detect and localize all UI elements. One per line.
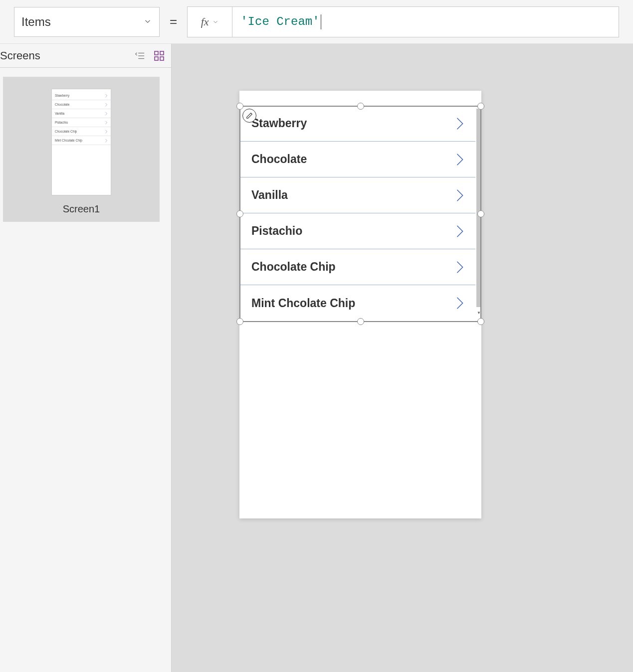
gallery-item-label: Chocolate Chip — [251, 260, 336, 274]
panel-title: Screens — [0, 49, 40, 62]
formula-bar: Items = fx 'Ice Cream' — [0, 0, 633, 44]
grid-view-icon[interactable] — [154, 51, 164, 61]
chevron-right-icon[interactable] — [455, 117, 464, 131]
scroll-down-arrow[interactable]: ▼ — [476, 310, 481, 315]
property-name: Items — [21, 15, 51, 29]
panel-header: Screens — [0, 44, 171, 68]
gallery-item[interactable]: Mint Chcolate Chip — [239, 285, 475, 321]
gallery-item-label: Stawberry — [251, 117, 307, 130]
formula-input[interactable]: 'Ice Cream' — [232, 6, 619, 37]
screen-name: Screen1 — [63, 203, 100, 215]
property-dropdown[interactable]: Items — [14, 7, 160, 37]
thumb-row: Chocolate — [52, 100, 111, 109]
svg-rect-6 — [160, 57, 164, 60]
formula-text: 'Ice Cream' — [240, 15, 319, 28]
thumb-row: Stawberry — [52, 91, 111, 100]
thumb-row: Pistachio — [52, 118, 111, 127]
text-cursor — [321, 14, 321, 29]
gallery-item-label: Chocolate — [251, 153, 307, 166]
thumb-row: Mint Chcolate Chip — [52, 136, 111, 145]
chevron-right-icon — [105, 94, 108, 98]
chevron-right-icon — [105, 103, 108, 107]
svg-rect-3 — [155, 51, 158, 55]
main-area: Screens — [0, 44, 633, 672]
gallery-item[interactable]: Stawberry — [239, 106, 475, 142]
gallery-item[interactable]: Chocolate — [239, 142, 475, 177]
chevron-down-icon — [143, 15, 152, 29]
thumb-label: Mint Chcolate Chip — [55, 139, 82, 142]
equals-sign: = — [170, 14, 177, 29]
gallery-control[interactable]: Stawberry Chocolate Vanilla Pistachio Ch… — [239, 106, 481, 322]
chevron-right-icon[interactable] — [455, 260, 464, 274]
chevron-right-icon[interactable] — [455, 224, 464, 238]
device-frame: Stawberry Chocolate Vanilla Pistachio Ch… — [239, 91, 481, 518]
chevron-right-icon — [105, 121, 108, 125]
fx-icon: fx — [201, 15, 209, 28]
thumb-label: Chocolate Chip — [55, 130, 77, 133]
thumb-label: Vanilla — [55, 112, 64, 115]
canvas[interactable]: Stawberry Chocolate Vanilla Pistachio Ch… — [172, 44, 633, 672]
svg-rect-5 — [155, 57, 158, 60]
gallery-item-label: Pistachio — [251, 224, 302, 238]
thumbnail-preview: Stawberry Chocolate Vanilla Pistachio Ch… — [51, 89, 111, 195]
panel-header-icons — [134, 51, 164, 61]
svg-rect-4 — [160, 51, 164, 55]
thumb-label: Pistachio — [55, 121, 68, 124]
gallery-item-label: Vanilla — [251, 188, 288, 202]
chevron-right-icon — [105, 112, 108, 116]
pencil-icon — [246, 112, 253, 119]
chevron-right-icon — [105, 130, 108, 134]
chevron-right-icon[interactable] — [455, 153, 464, 167]
list-collapse-icon[interactable] — [134, 51, 145, 61]
chevron-right-icon — [105, 139, 108, 143]
chevron-right-icon[interactable] — [455, 296, 464, 310]
fx-button[interactable]: fx — [187, 6, 232, 37]
gallery-item[interactable]: Chocolate Chip — [239, 249, 475, 285]
gallery-item-label: Mint Chcolate Chip — [251, 297, 355, 310]
thumb-label: Stawberry — [55, 94, 69, 97]
chevron-right-icon[interactable] — [455, 188, 464, 202]
screens-panel: Screens — [0, 44, 172, 672]
edit-template-button[interactable] — [242, 109, 256, 123]
scrollbar[interactable] — [476, 109, 481, 307]
thumb-row: Chocolate Chip — [52, 127, 111, 136]
screen-thumbnail[interactable]: Stawberry Chocolate Vanilla Pistachio Ch… — [3, 77, 160, 222]
thumb-row: Vanilla — [52, 109, 111, 118]
thumb-label: Chocolate — [55, 103, 69, 106]
scroll-up-arrow[interactable]: ▲ — [476, 104, 481, 109]
chevron-down-icon — [212, 18, 219, 25]
gallery-item[interactable]: Pistachio — [239, 213, 475, 249]
gallery-item[interactable]: Vanilla — [239, 177, 475, 213]
